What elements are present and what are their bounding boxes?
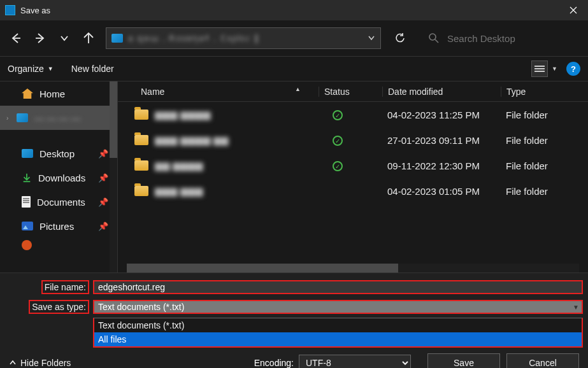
folder-icon <box>134 160 148 171</box>
column-date[interactable]: Date modified <box>382 87 501 97</box>
refresh-button[interactable] <box>394 32 406 45</box>
home-icon <box>22 88 33 99</box>
folder-icon <box>134 186 148 196</box>
filename-label: File name: <box>41 280 89 294</box>
sidebar-item-downloads[interactable]: Downloads 📌 <box>0 166 117 190</box>
file-type: File folder <box>501 135 588 146</box>
svg-point-0 <box>429 34 436 40</box>
filename-input[interactable] <box>93 280 583 294</box>
search-input[interactable] <box>447 33 579 44</box>
sidebar-item-label: Downloads <box>38 173 85 183</box>
new-folder-button[interactable]: New folder <box>71 64 114 74</box>
table-row[interactable]: ▆▆▆ ▆▆▆04-02-2023 01:05 PMFile folder <box>118 178 588 204</box>
file-date: 09-11-2022 12:30 PM <box>382 160 501 171</box>
file-name: ▆▆▆ ▆▆▆ <box>155 185 203 197</box>
chevron-down-icon: ▼ <box>48 66 54 72</box>
up-button[interactable] <box>82 31 96 45</box>
sidebar-item-label: Pictures <box>39 221 74 232</box>
column-type[interactable]: Type <box>501 87 588 97</box>
forward-button[interactable] <box>33 31 47 45</box>
address-dropdown[interactable] <box>368 34 375 42</box>
address-bar[interactable]: a ɋǝɯ ․ Ɍοsɐƞəɬ ․ Ɛxρloɾ ǁ <box>106 27 381 49</box>
file-date: 04-02-2023 11:25 PM <box>382 110 501 120</box>
saveastype-dropdown: Text documents (*.txt) All files <box>93 318 583 348</box>
save-button[interactable]: Save <box>427 353 500 368</box>
saveastype-option[interactable]: All files <box>94 332 582 346</box>
chevron-up-icon <box>9 359 17 367</box>
file-type: File folder <box>501 186 588 197</box>
back-button[interactable] <box>9 31 23 45</box>
arrow-left-icon <box>10 32 22 44</box>
arrow-right-icon <box>34 32 46 44</box>
close-button[interactable] <box>559 0 588 20</box>
encoding-select[interactable]: UTF-8 <box>299 355 411 368</box>
sort-asc-icon: ▲ <box>295 86 301 92</box>
desktop-icon <box>22 149 33 158</box>
main-content: Home › — — — — Desktop 📌 Downloads 📌 Doc… <box>0 81 588 272</box>
hide-folders-label: Hide Folders <box>20 358 71 368</box>
table-row[interactable]: ▆▆ ▆▆▆▆✓09-11-2022 12:30 PMFile folder <box>118 153 588 178</box>
close-icon <box>570 6 577 14</box>
arrow-up-icon <box>83 32 94 44</box>
picture-icon <box>22 222 33 230</box>
sidebar-item-label: Home <box>39 88 65 99</box>
status-ok-icon: ✓ <box>333 161 343 171</box>
column-headers: Name▲ Status Date modified Type <box>118 81 588 102</box>
pin-icon: 📌 <box>98 222 108 231</box>
file-type: File folder <box>501 160 588 171</box>
view-options-button[interactable] <box>531 60 548 77</box>
sidebar-scrollbar[interactable] <box>110 81 117 272</box>
table-row[interactable]: ▆▆▆ ▆▆▆▆✓04-02-2023 11:25 PMFile folder <box>118 102 588 127</box>
help-button[interactable]: ? <box>566 62 580 76</box>
sidebar-item-home[interactable]: Home <box>0 81 117 106</box>
saveastype-select[interactable]: Text documents (*.txt) ▼ <box>93 300 583 314</box>
chevron-down-icon: ▼ <box>552 66 557 72</box>
document-icon <box>22 196 31 208</box>
column-status[interactable]: Status <box>319 87 382 97</box>
sidebar-item-personal[interactable]: › — — — — <box>0 106 117 130</box>
organize-label: Organize <box>8 64 44 74</box>
cancel-button[interactable]: Cancel <box>506 353 579 368</box>
sidebar-item-label: Desktop <box>39 148 75 159</box>
file-name: ▆▆▆ ▆▆▆▆ <box>155 109 211 120</box>
chevron-down-icon <box>368 34 375 42</box>
folder-icon <box>134 135 148 145</box>
table-row[interactable]: ▆▆▆ ▆▆▆▆ ▆▆✓27-01-2023 09:11 PMFile fold… <box>118 127 588 153</box>
sidebar-item-documents[interactable]: Documents 📌 <box>0 190 117 214</box>
title-bar: Save as <box>0 0 588 20</box>
footer-bar: Hide Folders Encoding: UTF-8 Save Cancel <box>0 348 588 368</box>
recent-button[interactable] <box>57 31 71 45</box>
saveastype-label: Save as type: <box>29 300 89 314</box>
file-name: ▆▆ ▆▆▆▆ <box>155 160 203 171</box>
horizontal-scrollbar[interactable] <box>127 264 579 272</box>
chevron-right-icon[interactable]: › <box>6 115 8 122</box>
search-box[interactable] <box>417 27 579 49</box>
chevron-down-icon: ▼ <box>573 304 579 311</box>
file-type: File folder <box>501 110 588 120</box>
hide-folders-button[interactable]: Hide Folders <box>9 358 71 368</box>
file-date: 04-02-2023 01:05 PM <box>382 186 501 197</box>
saveastype-option[interactable]: Text documents (*.txt) <box>94 318 582 332</box>
organize-button[interactable]: Organize ▼ <box>8 64 54 74</box>
save-panel: File name: Save as type: Text documents … <box>0 272 588 368</box>
status-ok-icon: ✓ <box>333 136 343 146</box>
chevron-down-icon <box>60 34 69 43</box>
sidebar: Home › — — — — Desktop 📌 Downloads 📌 Doc… <box>0 81 118 272</box>
sidebar-item-label: Documents <box>37 197 85 208</box>
music-icon <box>22 240 32 250</box>
sidebar-item-music[interactable] <box>0 238 117 252</box>
saveastype-selected: Text documents (*.txt) <box>98 302 184 312</box>
pin-icon: 📌 <box>98 149 108 159</box>
column-name[interactable]: Name▲ <box>118 87 319 97</box>
window-title: Save as <box>20 6 559 15</box>
refresh-icon <box>394 32 406 45</box>
pin-icon: 📌 <box>98 173 108 183</box>
sidebar-item-desktop[interactable]: Desktop 📌 <box>0 141 117 166</box>
file-name: ▆▆▆ ▆▆▆▆ ▆▆ <box>155 134 229 146</box>
encoding-label: Encoding: <box>254 358 294 368</box>
status-ok-icon: ✓ <box>333 110 343 120</box>
new-folder-label: New folder <box>71 64 114 74</box>
location-icon <box>111 34 123 43</box>
search-icon <box>428 32 440 44</box>
sidebar-item-pictures[interactable]: Pictures 📌 <box>0 214 117 238</box>
